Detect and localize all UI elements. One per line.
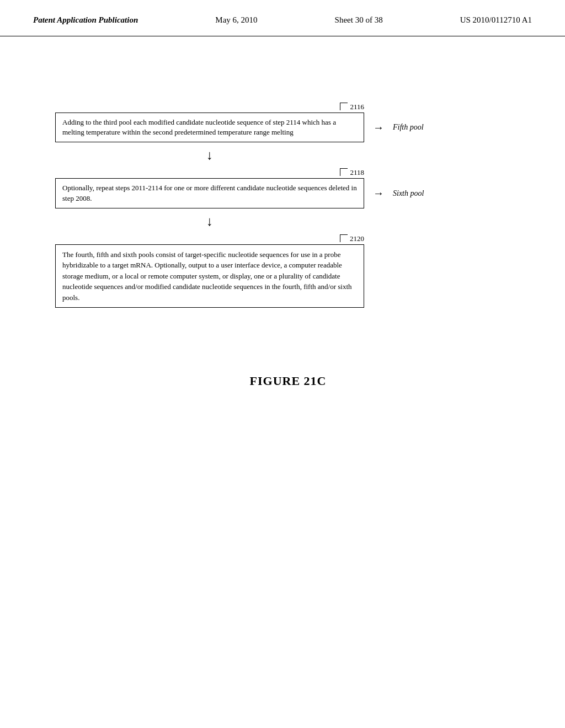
step-2120-block: 2120 The fourth, fifth and sixth pools c… [55,234,521,308]
step-2120-text: The fourth, fifth and sixth pools consis… [62,250,352,302]
down-arrow-1: ↓ [55,148,364,163]
step-2116-arrow: → [373,121,384,134]
step-2118-num-row: 2118 [55,168,364,177]
step-2118-row: Optionally, repeat steps 2011-2114 for o… [55,178,521,208]
publication-label: Patent Application Publication [33,15,138,25]
step-2120-number: 2120 [340,234,364,243]
step-2116-number: 2116 [340,103,364,111]
step-2116-num-row: 2116 [55,103,364,111]
flow-diagram: 2116 Adding to the third pool each modif… [55,103,521,308]
publication-date: May 6, 2010 [215,15,257,25]
step-2116-pool: Fifth pool [393,123,424,132]
diagram-content: 2116 Adding to the third pool each modif… [0,36,565,421]
page-header: Patent Application Publication May 6, 20… [0,0,565,36]
down-arrow-2: ↓ [55,214,364,229]
sheet-info: Sheet 30 of 38 [335,15,383,25]
step-2120-box: The fourth, fifth and sixth pools consis… [55,244,364,308]
step-2118-number: 2118 [340,168,364,177]
patent-number: US 2010/0112710 A1 [460,15,532,25]
step-2118-pool: Sixth pool [393,189,424,198]
step-2120-num-row: 2120 [55,234,364,243]
step-2116-text: Adding to the third pool each modified c… [62,118,336,136]
step-2116-block: 2116 Adding to the third pool each modif… [55,103,521,142]
step-2118-box: Optionally, repeat steps 2011-2114 for o… [55,178,364,208]
down-arrow-2-symbol: ↓ [206,214,213,229]
step-2118-text: Optionally, repeat steps 2011-2114 for o… [62,184,357,202]
step-2116-row: Adding to the third pool each modified c… [55,113,521,142]
step-2120-row: The fourth, fifth and sixth pools consis… [55,244,521,308]
step-2118-arrow: → [373,187,384,200]
down-arrow-1-symbol: ↓ [206,148,213,163]
figure-title: FIGURE 21C [55,374,521,388]
page: Patent Application Publication May 6, 20… [0,0,565,728]
step-2116-box: Adding to the third pool each modified c… [55,113,364,142]
step-2118-block: 2118 Optionally, repeat steps 2011-2114 … [55,168,521,208]
